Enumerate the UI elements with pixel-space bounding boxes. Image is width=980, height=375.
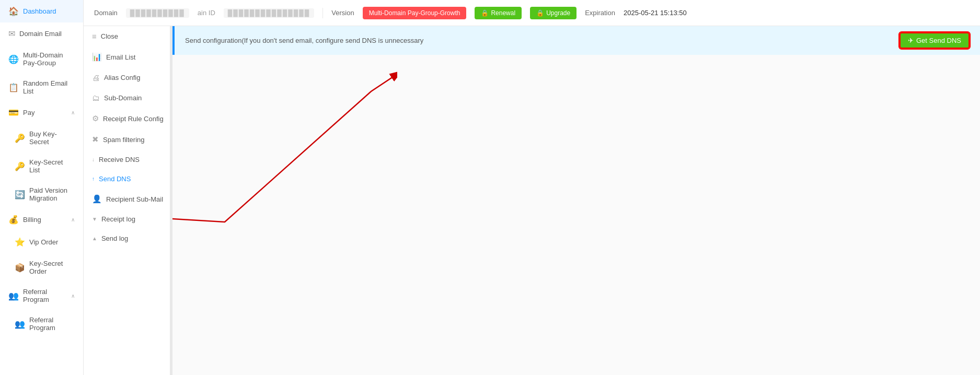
sidebar-item-label: Paid Version Migration <box>29 186 75 202</box>
domain-id-value: ███████████████ <box>224 8 315 18</box>
expiration-label: Expiration <box>585 9 615 17</box>
plane-icon: ✈ <box>908 37 914 44</box>
sidebar-item-random-email[interactable]: 📋 Random Email List <box>0 73 83 101</box>
sidebar-item-label: Key-Secret List <box>29 158 75 174</box>
expiration-value: 2025-05-21 15:13:50 <box>624 9 687 17</box>
menu-item-label: Send log <box>101 235 128 242</box>
topbar: Domain ██████████ ain ID ███████████████… <box>84 0 980 26</box>
menu-item-receipt-log[interactable]: ▼ Receipt log <box>84 209 172 229</box>
left-sidebar: 🏠 Dashboard ✉ Domain Email 🌐 Multi-Domai… <box>0 0 84 375</box>
annotation-area <box>172 55 980 316</box>
menu-item-label: Send DNS <box>99 175 131 183</box>
sidebar-item-buy-key-secret[interactable]: 🔑 Buy Key-Secret <box>0 124 83 152</box>
sidebar-item-label: Referral Program <box>29 316 75 332</box>
lock-icon: 🔒 <box>481 9 489 17</box>
billing-icon: 💰 <box>8 215 19 225</box>
sidebar-item-billing[interactable]: 💰 Billing ∧ <box>0 208 83 231</box>
version-label: Version <box>331 9 354 17</box>
info-bar: Send configuration(If you don't send ema… <box>172 26 980 55</box>
sidebar-item-label: Key-Secret Order <box>29 260 75 275</box>
menu-item-receive-dns[interactable]: ↓ Receive DNS <box>84 150 172 169</box>
menu-item-label: Recipient Sub-Mail <box>106 195 163 203</box>
migration-icon: 🔄 <box>15 190 25 200</box>
sidebar-item-label: Random Email List <box>23 79 75 95</box>
info-bar-text: Send configuration(If you don't send ema… <box>185 37 423 44</box>
arrow-up-icon: ↑ <box>92 176 95 182</box>
main-area: Domain ██████████ ain ID ███████████████… <box>84 0 980 375</box>
key-list-icon: 🔑 <box>15 161 25 171</box>
chevron-down-icon: ▼ <box>92 216 97 222</box>
panel-resizer[interactable] <box>170 26 172 375</box>
sidebar-item-key-secret-order[interactable]: 📦 Key-Secret Order <box>0 253 83 282</box>
domain-label: Domain <box>94 9 118 17</box>
referral2-icon: 👥 <box>15 319 25 329</box>
page-content: Send configuration(If you don't send ema… <box>172 26 980 375</box>
menu-item-label: Receipt log <box>101 215 135 223</box>
menu-item-close[interactable]: ≡ Close <box>84 26 172 46</box>
list-icon: 📋 <box>8 83 19 92</box>
menu-item-label: Email List <box>106 53 135 61</box>
menu-item-sub-domain[interactable]: 🗂 Sub-Domain <box>84 88 172 108</box>
menu-item-email-list[interactable]: 📊 Email List <box>84 46 172 67</box>
sidebar-item-label: Pay <box>23 109 34 116</box>
sidebar-item-multi-domain[interactable]: 🌐 Multi-Domain Pay-Group <box>0 45 83 73</box>
menu-item-label: Alias Config <box>104 74 140 81</box>
sidebar-item-paid-migration[interactable]: 🔄 Paid Version Migration <box>0 180 83 208</box>
arrow-down-icon: ↓ <box>92 157 95 162</box>
sidebar-item-key-secret-list[interactable]: 🔑 Key-Secret List <box>0 152 83 180</box>
sidebar-item-referral-program2[interactable]: 👥 Referral Program <box>0 310 83 338</box>
chevron-up-icon: ∧ <box>71 110 75 115</box>
sidebar-item-label: Billing <box>23 216 41 224</box>
renewal-button[interactable]: 🔒 Renewal <box>475 7 522 19</box>
menu-item-label: Receipt Rule Config <box>103 115 164 123</box>
menu-item-label: Spam filtering <box>103 136 144 144</box>
sidebar-item-label: Referral Program <box>23 288 67 303</box>
version-badge[interactable]: Multi-Domain Pay-Group-Growth <box>363 7 467 19</box>
email-icon: ✉ <box>8 29 15 39</box>
menu-item-label: Sub-Domain <box>104 94 142 102</box>
menu-panel: ≡ Close 📊 Email List 🖨 Alias Config 🗂 Su… <box>84 26 172 375</box>
sidebar-item-label: Multi-Domain Pay-Group <box>23 51 75 67</box>
menu-item-recipient-sub[interactable]: 👤 Recipient Sub-Mail <box>84 189 172 209</box>
menu-item-alias-config[interactable]: 🖨 Alias Config <box>84 67 172 88</box>
upgrade-button[interactable]: 🔒 Upgrade <box>530 7 577 19</box>
home-icon: 🏠 <box>8 6 19 16</box>
sidebar-item-vip-order[interactable]: ⭐ Vip Order <box>0 231 83 253</box>
chevron-up-icon3: ∧ <box>71 293 75 299</box>
globe-icon: 🌐 <box>8 54 19 64</box>
sidebar-item-dashboard[interactable]: 🏠 Dashboard <box>0 0 83 22</box>
chart-icon: 📊 <box>92 52 102 62</box>
chevron-up-icon4: ▲ <box>92 236 97 241</box>
divider1 <box>322 8 323 18</box>
get-send-dns-button[interactable]: ✈ Get Send DNS <box>900 32 970 49</box>
upgrade-icon: 🔒 <box>536 9 544 17</box>
star-icon: ⭐ <box>15 237 25 247</box>
sidebar-item-label: Vip Order <box>29 238 58 246</box>
referral-icon: 👥 <box>8 291 19 301</box>
domain-value: ██████████ <box>126 8 189 18</box>
printer-icon: 🖨 <box>92 73 100 82</box>
spam-icon: ✖ <box>92 135 99 144</box>
annotation-arrows <box>172 55 397 264</box>
sidebar-item-label: Domain Email <box>19 30 62 38</box>
menu-item-receipt-rule[interactable]: ⚙ Receipt Rule Config <box>84 108 172 129</box>
settings-icon: ⚙ <box>92 114 99 123</box>
sidebar-item-pay[interactable]: 💳 Pay ∧ <box>0 101 83 124</box>
package-icon: 📦 <box>15 263 25 273</box>
chevron-up-icon2: ∧ <box>71 217 75 222</box>
menu-item-spam-filtering[interactable]: ✖ Spam filtering <box>84 129 172 150</box>
key-icon: 🔑 <box>15 133 25 143</box>
folder-icon: 🗂 <box>92 93 100 102</box>
content-area: ≡ Close 📊 Email List 🖨 Alias Config 🗂 Su… <box>84 26 980 375</box>
menu-item-send-dns[interactable]: ↑ Send DNS <box>84 169 172 189</box>
menu-item-label: Receive DNS <box>99 156 140 163</box>
sidebar-item-domain-email[interactable]: ✉ Domain Email <box>0 22 83 45</box>
close-icon: ≡ <box>92 32 97 41</box>
domain-id-label: ain ID <box>198 9 215 17</box>
menu-item-send-log[interactable]: ▲ Send log <box>84 229 172 248</box>
sidebar-item-referral-program[interactable]: 👥 Referral Program ∧ <box>0 282 83 310</box>
user-icon: 👤 <box>92 194 102 204</box>
sidebar-item-label: Dashboard <box>23 7 56 15</box>
pay-icon: 💳 <box>8 108 19 118</box>
sidebar-item-label: Buy Key-Secret <box>29 130 75 146</box>
